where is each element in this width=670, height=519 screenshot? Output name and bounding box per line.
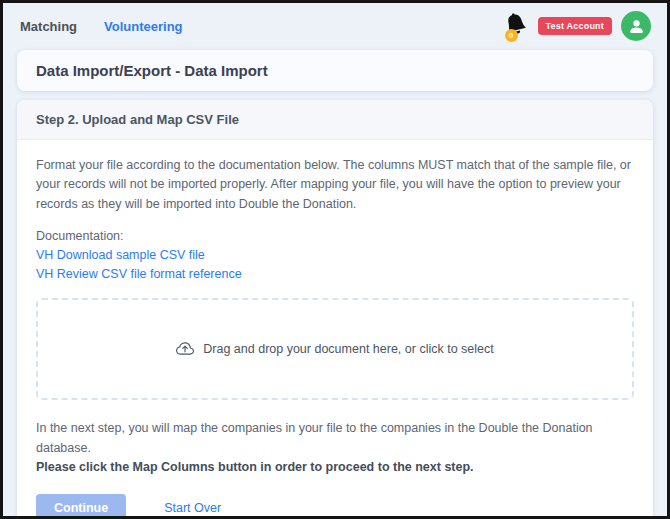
start-over-link[interactable]: Start Over: [164, 501, 221, 515]
file-dropzone[interactable]: Drag and drop your document here, or cli…: [36, 298, 634, 400]
page-title: Data Import/Export - Data Import: [36, 62, 634, 79]
top-navigation: Matching Volunteering 0 Test Account: [3, 3, 667, 47]
page-title-card: Data Import/Export - Data Import: [17, 50, 653, 91]
cloud-upload-icon: [176, 340, 194, 358]
actions-row: Continue Start Over: [36, 494, 634, 519]
step-card: Step 2. Upload and Map CSV File Format y…: [17, 100, 653, 519]
next-step-info: In the next step, you will map the compa…: [36, 419, 634, 458]
test-account-badge: Test Account: [538, 17, 612, 35]
review-csv-format-link[interactable]: VH Review CSV file format reference: [36, 265, 242, 284]
nav-item-volunteering[interactable]: Volunteering: [104, 19, 182, 34]
user-avatar[interactable]: [621, 11, 651, 41]
notifications-button[interactable]: 0: [505, 13, 529, 39]
documentation-label: Documentation:: [36, 227, 634, 246]
download-sample-csv-link[interactable]: VH Download sample CSV file: [36, 246, 205, 265]
intro-text: Format your file according to the docume…: [36, 156, 634, 214]
nav-item-matching[interactable]: Matching: [20, 19, 77, 34]
nav-links: Matching Volunteering: [20, 19, 183, 34]
next-step-instruction: Please click the Map Columns button in o…: [36, 458, 634, 477]
person-icon: [628, 18, 645, 35]
continue-button[interactable]: Continue: [36, 494, 126, 519]
notification-count-badge: 0: [505, 29, 518, 42]
step-card-header: Step 2. Upload and Map CSV File: [17, 100, 653, 140]
step-card-body: Format your file according to the docume…: [17, 140, 653, 519]
dropzone-text: Drag and drop your document here, or cli…: [203, 342, 493, 356]
nav-right: 0 Test Account: [505, 11, 651, 41]
